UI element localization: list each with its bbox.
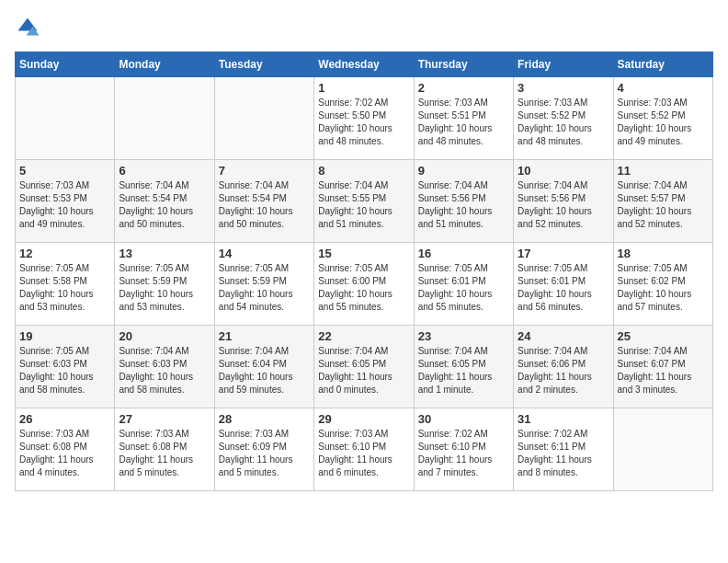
header-row: SundayMondayTuesdayWednesdayThursdayFrid… xyxy=(16,52,713,77)
day-number: 25 xyxy=(618,329,709,343)
calendar-cell: 21Sunrise: 7:04 AM Sunset: 6:04 PM Dayli… xyxy=(214,326,313,408)
calendar-cell: 19Sunrise: 7:05 AM Sunset: 6:03 PM Dayli… xyxy=(16,326,115,408)
calendar-cell xyxy=(613,408,712,491)
day-number: 22 xyxy=(318,329,409,343)
day-number: 16 xyxy=(418,247,509,260)
day-info: Sunrise: 7:04 AM Sunset: 5:55 PM Dayligh… xyxy=(318,179,409,231)
day-info: Sunrise: 7:05 AM Sunset: 6:02 PM Dayligh… xyxy=(618,262,709,314)
day-info: Sunrise: 7:05 AM Sunset: 6:01 PM Dayligh… xyxy=(518,262,609,314)
calendar-cell: 14Sunrise: 7:05 AM Sunset: 5:59 PM Dayli… xyxy=(214,243,313,326)
week-row-4: 19Sunrise: 7:05 AM Sunset: 6:03 PM Dayli… xyxy=(16,326,713,408)
col-header-tuesday: Tuesday xyxy=(214,52,313,77)
day-number: 12 xyxy=(19,247,110,260)
day-number: 18 xyxy=(618,247,709,260)
day-number: 11 xyxy=(618,164,709,178)
calendar-cell xyxy=(115,77,214,160)
day-number: 29 xyxy=(318,412,409,426)
week-row-3: 12Sunrise: 7:05 AM Sunset: 5:58 PM Dayli… xyxy=(16,243,713,326)
day-number: 19 xyxy=(19,329,110,343)
calendar-cell: 23Sunrise: 7:04 AM Sunset: 6:05 PM Dayli… xyxy=(414,326,513,408)
calendar-cell: 31Sunrise: 7:02 AM Sunset: 6:11 PM Dayli… xyxy=(514,408,613,491)
day-number: 31 xyxy=(518,412,609,426)
day-info: Sunrise: 7:03 AM Sunset: 6:08 PM Dayligh… xyxy=(119,428,210,479)
day-number: 5 xyxy=(19,164,110,178)
day-info: Sunrise: 7:03 AM Sunset: 5:52 PM Dayligh… xyxy=(618,97,709,148)
calendar-cell: 15Sunrise: 7:05 AM Sunset: 6:00 PM Dayli… xyxy=(314,243,414,326)
day-info: Sunrise: 7:05 AM Sunset: 6:01 PM Dayligh… xyxy=(418,262,509,314)
calendar-cell: 29Sunrise: 7:03 AM Sunset: 6:10 PM Dayli… xyxy=(314,408,414,491)
col-header-wednesday: Wednesday xyxy=(314,52,414,77)
day-number: 13 xyxy=(119,247,210,260)
day-info: Sunrise: 7:04 AM Sunset: 6:05 PM Dayligh… xyxy=(318,345,409,396)
page-header xyxy=(15,15,713,40)
calendar-cell: 7Sunrise: 7:04 AM Sunset: 5:54 PM Daylig… xyxy=(214,160,313,243)
day-number: 24 xyxy=(518,329,609,343)
day-info: Sunrise: 7:03 AM Sunset: 6:08 PM Dayligh… xyxy=(19,428,110,479)
day-info: Sunrise: 7:02 AM Sunset: 5:50 PM Dayligh… xyxy=(318,97,409,148)
day-number: 10 xyxy=(518,164,609,178)
day-number: 1 xyxy=(318,81,409,95)
day-info: Sunrise: 7:04 AM Sunset: 6:07 PM Dayligh… xyxy=(618,345,709,396)
calendar-cell: 3Sunrise: 7:03 AM Sunset: 5:52 PM Daylig… xyxy=(514,77,613,160)
logo-icon xyxy=(15,15,40,40)
day-info: Sunrise: 7:04 AM Sunset: 6:03 PM Dayligh… xyxy=(119,345,210,396)
calendar-cell: 11Sunrise: 7:04 AM Sunset: 5:57 PM Dayli… xyxy=(613,160,712,243)
day-number: 23 xyxy=(418,329,509,343)
calendar-cell: 26Sunrise: 7:03 AM Sunset: 6:08 PM Dayli… xyxy=(16,408,115,491)
calendar-cell: 27Sunrise: 7:03 AM Sunset: 6:08 PM Dayli… xyxy=(115,408,214,491)
col-header-saturday: Saturday xyxy=(613,52,712,77)
day-number: 4 xyxy=(618,81,709,95)
day-info: Sunrise: 7:02 AM Sunset: 6:11 PM Dayligh… xyxy=(518,428,609,479)
day-number: 20 xyxy=(119,329,210,343)
calendar-cell xyxy=(214,77,313,160)
calendar-cell: 13Sunrise: 7:05 AM Sunset: 5:59 PM Dayli… xyxy=(115,243,214,326)
calendar-cell: 24Sunrise: 7:04 AM Sunset: 6:06 PM Dayli… xyxy=(514,326,613,408)
calendar-cell: 22Sunrise: 7:04 AM Sunset: 6:05 PM Dayli… xyxy=(314,326,414,408)
day-info: Sunrise: 7:03 AM Sunset: 6:09 PM Dayligh… xyxy=(219,428,310,479)
day-number: 9 xyxy=(418,164,509,178)
day-info: Sunrise: 7:02 AM Sunset: 6:10 PM Dayligh… xyxy=(418,428,509,479)
col-header-thursday: Thursday xyxy=(414,52,513,77)
day-info: Sunrise: 7:04 AM Sunset: 6:04 PM Dayligh… xyxy=(219,345,310,396)
calendar-cell: 20Sunrise: 7:04 AM Sunset: 6:03 PM Dayli… xyxy=(115,326,214,408)
day-info: Sunrise: 7:03 AM Sunset: 5:52 PM Dayligh… xyxy=(518,97,609,148)
day-info: Sunrise: 7:05 AM Sunset: 5:58 PM Dayligh… xyxy=(19,262,110,314)
day-info: Sunrise: 7:05 AM Sunset: 5:59 PM Dayligh… xyxy=(119,262,210,314)
calendar-cell: 2Sunrise: 7:03 AM Sunset: 5:51 PM Daylig… xyxy=(414,77,513,160)
calendar-cell: 5Sunrise: 7:03 AM Sunset: 5:53 PM Daylig… xyxy=(16,160,115,243)
calendar-cell: 17Sunrise: 7:05 AM Sunset: 6:01 PM Dayli… xyxy=(514,243,613,326)
day-number: 21 xyxy=(219,329,310,343)
week-row-2: 5Sunrise: 7:03 AM Sunset: 5:53 PM Daylig… xyxy=(16,160,713,243)
col-header-sunday: Sunday xyxy=(16,52,115,77)
day-number: 3 xyxy=(518,81,609,95)
col-header-monday: Monday xyxy=(115,52,214,77)
calendar-cell: 8Sunrise: 7:04 AM Sunset: 5:55 PM Daylig… xyxy=(314,160,414,243)
day-info: Sunrise: 7:05 AM Sunset: 6:03 PM Dayligh… xyxy=(19,345,110,396)
calendar-cell: 18Sunrise: 7:05 AM Sunset: 6:02 PM Dayli… xyxy=(613,243,712,326)
calendar-cell: 28Sunrise: 7:03 AM Sunset: 6:09 PM Dayli… xyxy=(214,408,313,491)
day-number: 14 xyxy=(219,247,310,260)
day-number: 2 xyxy=(418,81,509,95)
day-info: Sunrise: 7:04 AM Sunset: 5:56 PM Dayligh… xyxy=(418,179,509,231)
day-info: Sunrise: 7:04 AM Sunset: 5:56 PM Dayligh… xyxy=(518,179,609,231)
day-info: Sunrise: 7:04 AM Sunset: 6:06 PM Dayligh… xyxy=(518,345,609,396)
calendar-cell: 1Sunrise: 7:02 AM Sunset: 5:50 PM Daylig… xyxy=(314,77,414,160)
week-row-1: 1Sunrise: 7:02 AM Sunset: 5:50 PM Daylig… xyxy=(16,77,713,160)
day-info: Sunrise: 7:04 AM Sunset: 6:05 PM Dayligh… xyxy=(418,345,509,396)
col-header-friday: Friday xyxy=(514,52,613,77)
logo xyxy=(15,15,44,40)
day-info: Sunrise: 7:04 AM Sunset: 5:57 PM Dayligh… xyxy=(618,179,709,231)
calendar-cell: 25Sunrise: 7:04 AM Sunset: 6:07 PM Dayli… xyxy=(613,326,712,408)
day-info: Sunrise: 7:05 AM Sunset: 5:59 PM Dayligh… xyxy=(219,262,310,314)
calendar-cell: 9Sunrise: 7:04 AM Sunset: 5:56 PM Daylig… xyxy=(414,160,513,243)
calendar-cell: 10Sunrise: 7:04 AM Sunset: 5:56 PM Dayli… xyxy=(514,160,613,243)
day-number: 7 xyxy=(219,164,310,178)
day-number: 17 xyxy=(518,247,609,260)
day-info: Sunrise: 7:03 AM Sunset: 6:10 PM Dayligh… xyxy=(318,428,409,479)
day-number: 8 xyxy=(318,164,409,178)
calendar-cell xyxy=(16,77,115,160)
day-number: 28 xyxy=(219,412,310,426)
calendar-table: SundayMondayTuesdayWednesdayThursdayFrid… xyxy=(15,52,713,491)
day-number: 27 xyxy=(119,412,210,426)
calendar-cell: 16Sunrise: 7:05 AM Sunset: 6:01 PM Dayli… xyxy=(414,243,513,326)
